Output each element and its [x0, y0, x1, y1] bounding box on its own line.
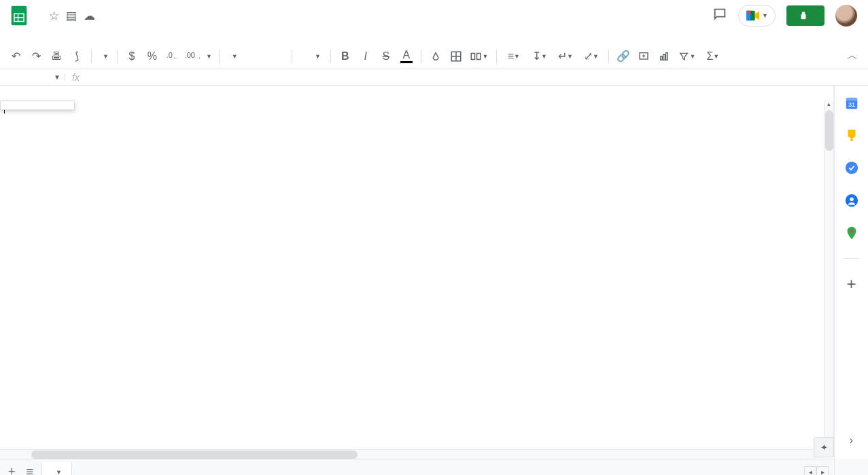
- functions-button[interactable]: Σ▼: [701, 48, 725, 65]
- svg-rect-15: [661, 56, 663, 60]
- formula-input[interactable]: [86, 71, 868, 84]
- svg-rect-21: [850, 139, 853, 141]
- svg-text:31: 31: [848, 101, 854, 108]
- fx-icon: fx: [65, 72, 86, 83]
- menu-view[interactable]: [67, 32, 76, 37]
- svg-rect-10: [472, 53, 475, 59]
- menu-tools[interactable]: [110, 32, 120, 37]
- svg-rect-16: [663, 54, 665, 60]
- italic-button[interactable]: I: [357, 48, 375, 65]
- maps-icon[interactable]: [844, 226, 859, 241]
- menu-file[interactable]: [45, 32, 54, 37]
- star-icon[interactable]: ☆: [49, 9, 59, 23]
- toolbar: ↶ ↷ 🖶 ⟆ ▼ $ % .0← .00→ ▼ ▼ ▼ B I S A ▼ ≡…: [0, 43, 868, 69]
- menu-help[interactable]: [132, 32, 141, 37]
- link-button[interactable]: 🔗: [614, 48, 632, 65]
- v-align-button[interactable]: ↧▼: [528, 48, 551, 65]
- fill-color-button[interactable]: [427, 48, 445, 65]
- menu-format[interactable]: [88, 32, 98, 37]
- menu-insert[interactable]: [77, 32, 87, 37]
- data-validation-dropdown: [0, 101, 75, 110]
- svg-rect-19: [846, 98, 857, 101]
- move-icon[interactable]: ▤: [66, 9, 77, 23]
- svg-rect-0: [12, 6, 27, 25]
- h-align-button[interactable]: ≡▼: [502, 48, 525, 65]
- vertical-scrollbar[interactable]: ▴▾: [824, 101, 833, 449]
- add-addons-icon[interactable]: +: [844, 277, 859, 292]
- svg-point-25: [850, 230, 853, 233]
- hide-side-panel-icon[interactable]: ›: [844, 434, 859, 449]
- paint-format-button[interactable]: ⟆: [68, 48, 86, 65]
- svg-rect-6: [801, 15, 806, 19]
- meet-button[interactable]: ▼: [738, 5, 776, 27]
- filter-button[interactable]: ▼: [676, 48, 699, 65]
- font-size-select[interactable]: ▼: [298, 53, 325, 60]
- svg-rect-11: [477, 53, 481, 59]
- side-panel: 31 + ›: [834, 86, 868, 449]
- last-edit-link[interactable]: [156, 32, 166, 37]
- currency-button[interactable]: $: [123, 48, 141, 65]
- add-sheet-button[interactable]: +: [5, 462, 18, 475]
- explore-button[interactable]: ✦: [814, 437, 834, 457]
- collapse-toolbar-button[interactable]: ︿: [844, 48, 861, 65]
- bold-button[interactable]: B: [336, 48, 354, 65]
- menu-bar: [0, 26, 868, 43]
- menu-data[interactable]: [99, 32, 109, 37]
- keep-icon[interactable]: [844, 128, 859, 143]
- borders-button[interactable]: [447, 48, 465, 65]
- redo-button[interactable]: ↷: [27, 48, 45, 65]
- sheet-tab-bar: + ≡ ▼ ◂▸ ✦: [0, 459, 834, 475]
- menu-extensions[interactable]: [121, 32, 131, 37]
- sheets-app-icon[interactable]: [5, 2, 33, 29]
- svg-point-24: [850, 197, 854, 201]
- comments-icon[interactable]: [712, 7, 727, 25]
- share-button[interactable]: [786, 5, 824, 26]
- merge-cells-button[interactable]: ▼: [468, 48, 491, 65]
- print-button[interactable]: 🖶: [48, 48, 65, 65]
- all-sheets-button[interactable]: ≡: [24, 462, 37, 475]
- account-avatar[interactable]: [835, 5, 857, 27]
- wrap-button[interactable]: ↵▼: [554, 48, 577, 65]
- text-color-button[interactable]: A: [398, 48, 415, 65]
- more-formats-button[interactable]: ▼: [205, 48, 213, 65]
- horizontal-scrollbar[interactable]: [0, 449, 824, 459]
- percent-button[interactable]: %: [143, 48, 161, 65]
- cloud-status-icon[interactable]: ☁: [84, 9, 95, 23]
- zoom-select[interactable]: ▼: [97, 53, 111, 60]
- document-title[interactable]: [35, 14, 44, 17]
- svg-point-22: [845, 162, 857, 174]
- undo-button[interactable]: ↶: [7, 48, 24, 65]
- tab-scroll-controls[interactable]: ◂▸: [804, 466, 829, 476]
- strikethrough-button[interactable]: S: [377, 48, 395, 65]
- calendar-icon[interactable]: 31: [844, 95, 859, 110]
- font-select[interactable]: ▼: [225, 53, 286, 60]
- tasks-icon[interactable]: [844, 160, 859, 175]
- increase-decimal-button[interactable]: .00→: [184, 48, 202, 65]
- decrease-decimal-button[interactable]: .0←: [164, 48, 181, 65]
- comment-button[interactable]: [635, 48, 653, 65]
- contacts-icon[interactable]: [844, 193, 859, 208]
- svg-rect-17: [666, 52, 668, 60]
- name-box[interactable]: ▼: [0, 73, 65, 81]
- chart-button[interactable]: [655, 48, 673, 65]
- sheet-tab[interactable]: ▼: [41, 462, 72, 475]
- rotate-button[interactable]: ⤢▼: [580, 48, 603, 65]
- menu-edit[interactable]: [56, 32, 65, 37]
